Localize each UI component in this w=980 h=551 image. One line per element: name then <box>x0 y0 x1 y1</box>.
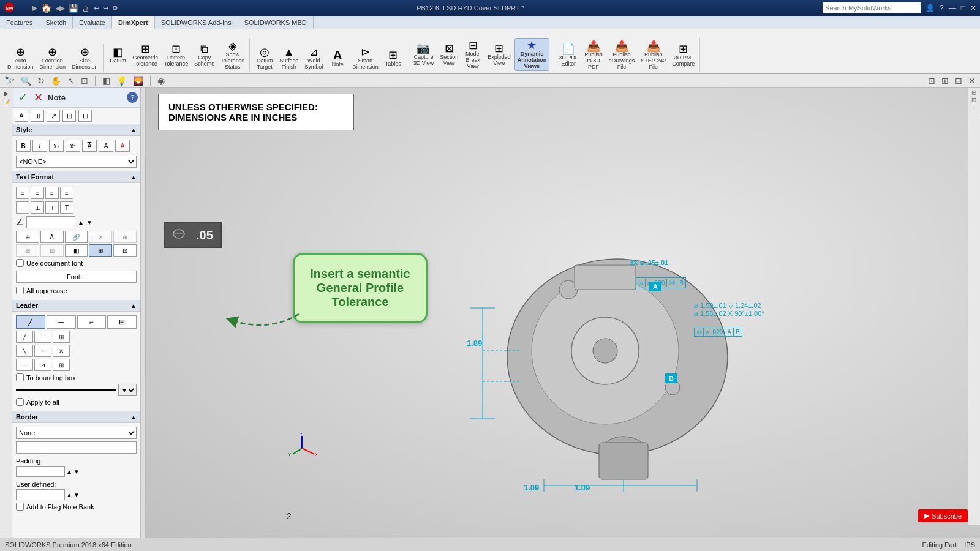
help-btn[interactable]: ? <box>127 92 138 103</box>
angle-input[interactable]: 0.00deg <box>26 216 75 228</box>
scene-btn[interactable]: 🌄 <box>131 75 145 86</box>
leader-none-btn[interactable]: ╱ <box>16 315 45 329</box>
tables-btn[interactable]: ⊞ Tables <box>382 48 404 68</box>
auto-dimension-btn[interactable]: ⊕ AutoDimension <box>5 45 36 71</box>
leader-multi-btn[interactable]: ⊟ <box>107 315 137 329</box>
save-icon[interactable]: 💾 <box>69 4 78 13</box>
tab-sketch[interactable]: Sketch <box>39 16 73 29</box>
text-format-section-header[interactable]: Text Format ▲ <box>12 171 140 183</box>
panel-icon-4[interactable]: ⊡ <box>62 110 76 122</box>
leader-section-header[interactable]: Leader ▲ <box>12 300 140 312</box>
weld-symbol-btn[interactable]: ⊿ WeldSymbol <box>302 45 325 71</box>
leader-d7[interactable]: ─ <box>16 359 33 371</box>
angle-spinner-down[interactable]: ▼ <box>86 219 92 226</box>
geometric-tolerance-btn[interactable]: ⊞ GeometricTolerance <box>130 42 161 68</box>
3d-pdf-btn[interactable]: 📄 3D PDFEditor <box>556 42 581 68</box>
capture-3d-btn[interactable]: 📷 Capture3D View <box>411 42 436 67</box>
align-left-btn[interactable]: ≡ <box>16 187 29 199</box>
rt-btn-3[interactable]: ─ <box>971 105 978 109</box>
angle-spinner-up[interactable]: ▲ <box>78 219 84 226</box>
tab-mbd[interactable]: SOLIDWORKS MBD <box>238 16 314 29</box>
style-section-header[interactable]: Style ▲ <box>12 124 140 136</box>
align-right-btn[interactable]: ≡ <box>45 187 59 199</box>
filter-btn[interactable]: ⊡ <box>79 75 90 86</box>
model-break-btn[interactable]: ⊟ ModelBreakView <box>462 39 484 70</box>
nav-arrows[interactable]: ◀▶ <box>55 4 65 12</box>
flag-note-checkbox[interactable] <box>16 503 24 511</box>
select-btn[interactable]: ↖ <box>66 75 77 86</box>
style-subscript-btn[interactable]: x₂ <box>49 140 64 152</box>
user-def-spinner-down[interactable]: ▼ <box>74 492 80 498</box>
align-center-btn[interactable]: ≡ <box>31 187 44 199</box>
padding-spinner-down[interactable]: ▼ <box>74 468 80 475</box>
format-icon-10[interactable]: ⊡ <box>113 244 137 257</box>
print-icon[interactable]: 🖨 <box>82 4 90 13</box>
publish-step-btn[interactable]: 📤 PublishSTEP 242File <box>638 39 668 71</box>
apply-to-all-checkbox[interactable] <box>16 398 24 406</box>
font-button[interactable]: Font... <box>16 271 137 283</box>
pan-btn[interactable]: ✋ <box>49 75 63 86</box>
leader-d6[interactable]: ✕ <box>53 345 70 357</box>
to-bounding-checkbox[interactable] <box>16 373 24 381</box>
display-mode-btn[interactable]: ◧ <box>100 75 112 86</box>
zoom-btn[interactable]: 🔍 <box>19 75 33 86</box>
use-doc-font-checkbox[interactable] <box>16 259 24 267</box>
tight-fit-input[interactable]: Tight Fit <box>16 441 137 454</box>
note-btn[interactable]: A Note <box>326 48 349 69</box>
lights-btn[interactable]: 💡 <box>115 75 129 86</box>
view-orientation-btn[interactable]: 🔭 <box>2 75 17 86</box>
undo-icon[interactable]: ↩ <box>94 4 99 12</box>
close-btn[interactable]: ✕ <box>970 4 976 12</box>
style-overline-btn[interactable]: A <box>82 140 97 152</box>
all-uppercase-checkbox[interactable] <box>16 287 24 294</box>
user-def-spinner-up[interactable]: ▲ <box>66 492 72 498</box>
padding-input[interactable]: 0.000in <box>16 466 65 477</box>
rt-btn-2[interactable]: ⊟ <box>971 97 978 102</box>
help-icon[interactable]: ? <box>940 4 944 12</box>
leader-d2[interactable]: ⌒ <box>34 331 51 343</box>
border-none-select[interactable]: None <box>16 427 137 439</box>
datum-btn[interactable]: ◧ Datum <box>107 45 129 65</box>
style-color-btn[interactable]: A <box>115 140 130 152</box>
location-dimension-btn[interactable]: ⊕ LocationDimension <box>37 45 69 71</box>
rt-btn-1[interactable]: ⊞ <box>971 90 978 95</box>
format-icon-9[interactable]: ⊞ <box>89 244 112 257</box>
style-superscript-btn[interactable]: x² <box>66 140 80 152</box>
copy-scheme-btn[interactable]: ⧉ CopyScheme <box>192 42 217 68</box>
panel-icon-3[interactable]: ↗ <box>47 110 60 122</box>
align-justify-btn[interactable]: ≡ <box>60 187 74 199</box>
rotate-btn[interactable]: ↻ <box>36 75 47 86</box>
smart-dimension-btn[interactable]: ⊳ SmartDimension <box>350 45 381 71</box>
panel-icon-2[interactable]: ⊞ <box>31 110 44 122</box>
search-input[interactable] <box>823 2 921 13</box>
insert-link-btn[interactable]: 🔗 <box>65 231 88 243</box>
resize-handle[interactable] <box>141 88 146 538</box>
confirm-btn[interactable]: ✓ <box>18 91 28 104</box>
leader-straight-btn[interactable]: ─ <box>47 315 76 329</box>
nav-arrow[interactable]: ▶ <box>32 4 37 12</box>
maximize-btn[interactable]: □ <box>961 4 965 12</box>
tab-addins[interactable]: SOLIDWORKS Add-Ins <box>155 16 238 29</box>
minimize-view-btn[interactable]: ⊟ <box>953 75 964 86</box>
insert-symbol-btn[interactable]: ⊕ <box>16 231 39 243</box>
home-icon[interactable]: 🏠 <box>41 3 51 13</box>
style-underline-btn[interactable]: A <box>99 140 113 152</box>
leader-bent-btn[interactable]: ⌐ <box>77 315 107 329</box>
publish-edrawings-btn[interactable]: 📤 PublisheDrawingsFile <box>606 39 638 71</box>
lt-expand-btn[interactable]: ▶ <box>4 90 9 97</box>
panel-icon-1[interactable]: A <box>15 110 28 122</box>
style-none-select[interactable]: <NONE> <box>16 156 137 168</box>
close-view-btn[interactable]: ✕ <box>967 75 978 86</box>
redo-icon[interactable]: ↪ <box>103 4 108 12</box>
align-middle-btn[interactable]: ⊥ <box>31 201 44 214</box>
panel-icon-5[interactable]: ⊟ <box>78 110 92 122</box>
tab-dimxpert[interactable]: DimXpert <box>112 16 155 29</box>
publish-3d-pdf-btn[interactable]: 📤 Publishto 3DPDF <box>582 39 605 71</box>
line-style-select[interactable]: ▼ <box>118 384 137 396</box>
leader-d8[interactable]: ⊿ <box>34 359 51 371</box>
align-bottom-btn[interactable]: ⊤ <box>45 201 59 214</box>
expand-btn[interactable]: ⊞ <box>940 75 951 86</box>
surface-finish-btn[interactable]: ▲ SurfaceFinish <box>277 45 301 71</box>
text-size-btn[interactable]: T <box>60 201 74 214</box>
size-dimension-btn[interactable]: ⊕ SizeDimension <box>69 45 100 71</box>
